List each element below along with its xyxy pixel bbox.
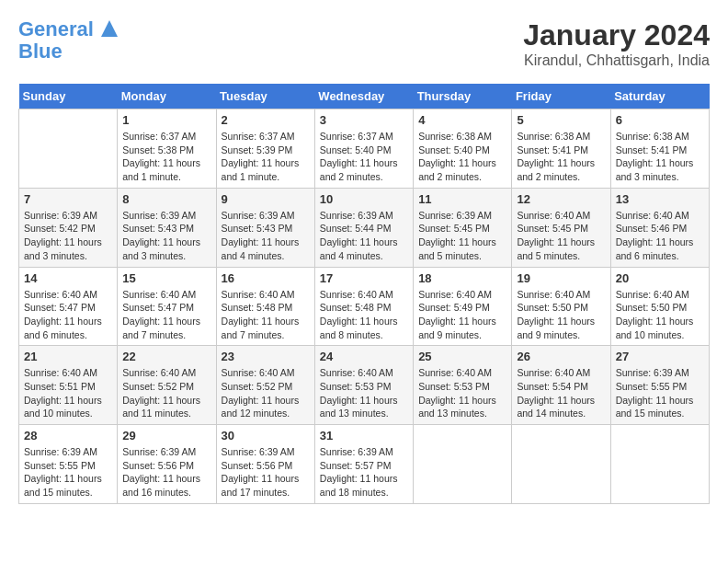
header-sunday: Sunday (19, 84, 118, 109)
header-friday: Friday (512, 84, 610, 109)
calendar-cell: 3Sunrise: 6:37 AM Sunset: 5:40 PM Daylig… (314, 109, 413, 189)
day-info: Sunrise: 6:39 AM Sunset: 5:43 PM Dayligh… (122, 209, 210, 263)
calendar-cell (414, 425, 512, 504)
logo-blue: Blue (18, 40, 63, 63)
header: General Blue January 2024 Kirandul, Chha… (18, 18, 710, 69)
day-info: Sunrise: 6:37 AM Sunset: 5:38 PM Dayligh… (122, 130, 210, 184)
day-info: Sunrise: 6:37 AM Sunset: 5:39 PM Dayligh… (222, 130, 310, 184)
day-number: 21 (24, 350, 112, 363)
day-number: 9 (222, 192, 310, 206)
day-number: 19 (517, 271, 605, 285)
calendar-cell: 14Sunrise: 6:40 AM Sunset: 5:47 PM Dayli… (19, 267, 118, 346)
day-info: Sunrise: 6:40 AM Sunset: 5:50 PM Dayligh… (616, 288, 704, 342)
calendar-cell: 4Sunrise: 6:38 AM Sunset: 5:40 PM Daylig… (414, 109, 512, 189)
day-info: Sunrise: 6:40 AM Sunset: 5:48 PM Dayligh… (222, 288, 310, 342)
header-monday: Monday (118, 84, 216, 109)
day-info: Sunrise: 6:38 AM Sunset: 5:40 PM Dayligh… (418, 130, 506, 184)
calendar-cell: 5Sunrise: 6:38 AM Sunset: 5:41 PM Daylig… (512, 109, 610, 189)
day-info: Sunrise: 6:40 AM Sunset: 5:52 PM Dayligh… (122, 366, 210, 420)
day-number: 11 (418, 192, 506, 206)
day-number: 3 (320, 113, 408, 127)
day-number: 29 (122, 429, 210, 442)
day-number: 30 (222, 429, 310, 442)
day-info: Sunrise: 6:40 AM Sunset: 5:46 PM Dayligh… (616, 209, 704, 263)
day-info: Sunrise: 6:40 AM Sunset: 5:50 PM Dayligh… (517, 288, 605, 342)
day-number: 7 (24, 192, 112, 206)
calendar-cell: 20Sunrise: 6:40 AM Sunset: 5:50 PM Dayli… (610, 267, 709, 346)
day-info: Sunrise: 6:39 AM Sunset: 5:56 PM Dayligh… (222, 445, 310, 500)
day-number: 22 (122, 350, 210, 363)
day-info: Sunrise: 6:40 AM Sunset: 5:47 PM Dayligh… (24, 288, 112, 342)
day-number: 8 (122, 192, 210, 206)
day-info: Sunrise: 6:40 AM Sunset: 5:53 PM Dayligh… (418, 366, 506, 420)
day-info: Sunrise: 6:40 AM Sunset: 5:49 PM Dayligh… (418, 288, 506, 342)
logo-text: General Blue (18, 18, 118, 63)
calendar-cell: 30Sunrise: 6:39 AM Sunset: 5:56 PM Dayli… (216, 425, 314, 504)
day-number: 26 (517, 350, 605, 363)
calendar-cell: 2Sunrise: 6:37 AM Sunset: 5:39 PM Daylig… (216, 109, 314, 189)
day-info: Sunrise: 6:40 AM Sunset: 5:53 PM Dayligh… (320, 366, 408, 420)
month-title: January 2024 (523, 18, 710, 52)
day-number: 13 (616, 192, 704, 206)
calendar-cell: 6Sunrise: 6:38 AM Sunset: 5:41 PM Daylig… (610, 109, 709, 189)
calendar-cell (610, 425, 709, 504)
calendar-week-row: 1Sunrise: 6:37 AM Sunset: 5:38 PM Daylig… (19, 109, 710, 189)
title-area: January 2024 Kirandul, Chhattisgarh, Ind… (523, 18, 710, 69)
calendar-cell: 16Sunrise: 6:40 AM Sunset: 5:48 PM Dayli… (216, 267, 314, 346)
logo-general: General (18, 17, 94, 40)
svg-marker-0 (101, 20, 118, 37)
calendar-cell: 29Sunrise: 6:39 AM Sunset: 5:56 PM Dayli… (118, 425, 216, 504)
location-title: Kirandul, Chhattisgarh, India (523, 52, 710, 69)
calendar-week-row: 14Sunrise: 6:40 AM Sunset: 5:47 PM Dayli… (19, 267, 710, 346)
calendar-cell: 28Sunrise: 6:39 AM Sunset: 5:55 PM Dayli… (19, 425, 118, 504)
day-number: 18 (418, 271, 506, 285)
day-number: 20 (616, 271, 704, 285)
day-number: 16 (222, 271, 310, 285)
day-info: Sunrise: 6:40 AM Sunset: 5:45 PM Dayligh… (517, 209, 605, 263)
header-saturday: Saturday (610, 84, 709, 109)
day-info: Sunrise: 6:39 AM Sunset: 5:55 PM Dayligh… (24, 445, 112, 500)
calendar-week-row: 21Sunrise: 6:40 AM Sunset: 5:51 PM Dayli… (19, 346, 710, 425)
calendar-cell: 26Sunrise: 6:40 AM Sunset: 5:54 PM Dayli… (512, 346, 610, 425)
calendar-cell: 13Sunrise: 6:40 AM Sunset: 5:46 PM Dayli… (610, 188, 709, 267)
day-number: 6 (616, 113, 704, 127)
calendar-cell: 7Sunrise: 6:39 AM Sunset: 5:42 PM Daylig… (19, 188, 118, 267)
day-number: 14 (24, 271, 112, 285)
day-info: Sunrise: 6:40 AM Sunset: 5:52 PM Dayligh… (222, 366, 310, 420)
day-number: 2 (222, 113, 310, 127)
calendar-cell: 1Sunrise: 6:37 AM Sunset: 5:38 PM Daylig… (118, 109, 216, 189)
day-info: Sunrise: 6:40 AM Sunset: 5:51 PM Dayligh… (24, 366, 112, 420)
day-number: 1 (122, 113, 210, 127)
day-number: 27 (616, 350, 704, 363)
day-info: Sunrise: 6:38 AM Sunset: 5:41 PM Dayligh… (517, 130, 605, 184)
day-number: 15 (122, 271, 210, 285)
day-info: Sunrise: 6:38 AM Sunset: 5:41 PM Dayligh… (616, 130, 704, 184)
calendar-cell: 17Sunrise: 6:40 AM Sunset: 5:48 PM Dayli… (314, 267, 413, 346)
calendar-cell: 21Sunrise: 6:40 AM Sunset: 5:51 PM Dayli… (19, 346, 118, 425)
calendar-cell: 27Sunrise: 6:39 AM Sunset: 5:55 PM Dayli… (610, 346, 709, 425)
header-thursday: Thursday (414, 84, 512, 109)
calendar-cell: 18Sunrise: 6:40 AM Sunset: 5:49 PM Dayli… (414, 267, 512, 346)
day-info: Sunrise: 6:39 AM Sunset: 5:56 PM Dayligh… (122, 445, 210, 500)
day-number: 4 (418, 113, 506, 127)
day-info: Sunrise: 6:39 AM Sunset: 5:44 PM Dayligh… (320, 209, 408, 263)
day-number: 31 (320, 429, 408, 442)
calendar-header-row: SundayMondayTuesdayWednesdayThursdayFrid… (19, 84, 710, 109)
day-number: 24 (320, 350, 408, 363)
header-wednesday: Wednesday (314, 84, 413, 109)
day-info: Sunrise: 6:39 AM Sunset: 5:45 PM Dayligh… (418, 209, 506, 263)
calendar-cell: 22Sunrise: 6:40 AM Sunset: 5:52 PM Dayli… (118, 346, 216, 425)
day-number: 28 (24, 429, 112, 442)
calendar-cell (19, 109, 118, 189)
calendar-cell: 23Sunrise: 6:40 AM Sunset: 5:52 PM Dayli… (216, 346, 314, 425)
day-number: 12 (517, 192, 605, 206)
day-info: Sunrise: 6:39 AM Sunset: 5:42 PM Dayligh… (24, 209, 112, 263)
calendar-cell: 10Sunrise: 6:39 AM Sunset: 5:44 PM Dayli… (314, 188, 413, 267)
calendar-cell: 12Sunrise: 6:40 AM Sunset: 5:45 PM Dayli… (512, 188, 610, 267)
calendar-week-row: 28Sunrise: 6:39 AM Sunset: 5:55 PM Dayli… (19, 425, 710, 504)
calendar-cell: 11Sunrise: 6:39 AM Sunset: 5:45 PM Dayli… (414, 188, 512, 267)
calendar-cell: 24Sunrise: 6:40 AM Sunset: 5:53 PM Dayli… (314, 346, 413, 425)
calendar-cell: 15Sunrise: 6:40 AM Sunset: 5:47 PM Dayli… (118, 267, 216, 346)
day-info: Sunrise: 6:40 AM Sunset: 5:47 PM Dayligh… (122, 288, 210, 342)
day-number: 23 (222, 350, 310, 363)
